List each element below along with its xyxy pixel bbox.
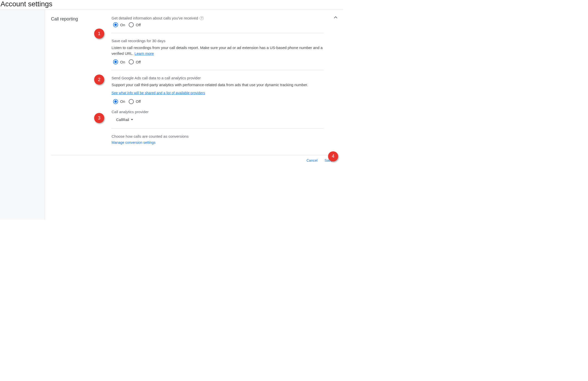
radio-label: On — [120, 99, 125, 104]
page-title: Account settings — [0, 0, 343, 10]
setting-title-text: Send Google Ads call data to a call anal… — [112, 76, 201, 80]
radio-icon — [113, 22, 118, 27]
content-area: 1 2 3 Call reporting Get detailed inform… — [45, 10, 343, 220]
setting-title-text: Choose how calls are counted as conversi… — [112, 134, 189, 138]
radio-icon — [113, 99, 118, 104]
setting-desc: Listen to call recordings from your call… — [112, 45, 324, 56]
setting-title-text: Get detailed information about calls you… — [112, 16, 198, 20]
radio-recordings-off[interactable]: Off — [129, 59, 141, 64]
radio-icon — [113, 59, 118, 64]
left-rail — [0, 10, 45, 220]
setting-analytics: Send Google Ads call data to a call anal… — [112, 76, 324, 129]
dropdown-value: CallRail — [116, 117, 129, 122]
radio-label: On — [120, 60, 125, 64]
collapse-icon[interactable] — [333, 14, 339, 21]
manage-conversion-link[interactable]: Manage conversion settings — [112, 140, 155, 145]
providers-info-link[interactable]: See what info will be shared and a list … — [112, 91, 205, 95]
learn-more-link[interactable]: Learn more — [135, 51, 154, 56]
callout-badge-4: 4 — [328, 151, 338, 161]
cancel-button[interactable]: Cancel — [306, 158, 317, 162]
radio-analytics-on[interactable]: On — [113, 99, 125, 104]
radio-analytics-off[interactable]: Off — [129, 99, 141, 104]
radio-label: Off — [136, 60, 141, 64]
radio-label: On — [120, 23, 125, 27]
provider-dropdown[interactable]: CallRail — [112, 116, 133, 123]
setting-detailed-info: Get detailed information about calls you… — [112, 16, 324, 33]
setting-recordings: Save call recordings for 30 days Listen … — [112, 39, 324, 70]
setting-conversions: Choose how calls are counted as conversi… — [112, 134, 324, 150]
provider-label: Call analytics provider — [112, 110, 324, 114]
radio-detailed-off[interactable]: Off — [129, 22, 141, 27]
radio-icon — [129, 59, 134, 64]
setting-title-text: Save call recordings for 30 days — [112, 39, 165, 43]
radio-detailed-on[interactable]: On — [113, 22, 125, 27]
help-icon[interactable]: ? — [200, 16, 204, 20]
radio-icon — [129, 99, 134, 104]
radio-label: Off — [136, 23, 141, 27]
callout-badge-1: 1 — [94, 29, 104, 39]
radio-icon — [129, 22, 134, 27]
callout-badge-2: 2 — [94, 75, 104, 85]
caret-down-icon — [131, 119, 133, 120]
setting-desc: Support your call third-party analytics … — [112, 82, 324, 88]
radio-label: Off — [136, 99, 141, 104]
footer-bar: 4 Cancel Save — [51, 155, 337, 165]
callout-badge-3: 3 — [94, 113, 104, 123]
radio-recordings-on[interactable]: On — [113, 59, 125, 64]
